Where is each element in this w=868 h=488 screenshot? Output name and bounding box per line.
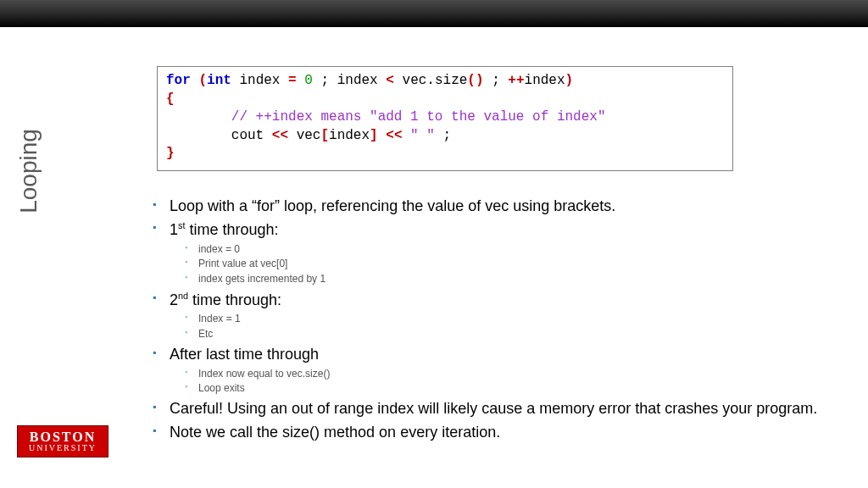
code-kw-for: for — [166, 73, 191, 88]
bullet-content: Loop with a “for” loop, referencing the … — [141, 197, 819, 446]
code-num: 0 — [304, 73, 313, 88]
sub-bullet: Loop exits — [170, 381, 819, 396]
code-text: cout — [166, 128, 272, 143]
side-title: Looping — [15, 86, 42, 171]
bullet-text: Careful! Using an out of range index wil… — [170, 400, 817, 417]
bullet-text: index gets incremented by 1 — [198, 273, 326, 285]
sub-bullet: index = 0 — [170, 242, 819, 257]
code-brace: } — [166, 146, 175, 161]
top-bar — [0, 0, 868, 27]
bullet-item: 1st time through: index = 0 Print value … — [141, 219, 819, 286]
bullet-text: Loop with a “for” loop, referencing the … — [170, 197, 615, 214]
code-string: " " — [410, 128, 435, 143]
code-op: ++ — [508, 73, 524, 88]
slide-body: Looping for (int index = 0 ; index < vec… — [0, 27, 868, 488]
bullet-text: 2 — [170, 291, 178, 308]
logo-line2: UNIVERSITY — [29, 444, 97, 452]
bullet-item: Loop with a “for” loop, referencing the … — [141, 197, 819, 216]
sub-bullet: index gets incremented by 1 — [170, 272, 819, 286]
code-text: vec — [288, 128, 320, 143]
code-brace: { — [166, 92, 175, 107]
logo-line1: BOSTON — [30, 430, 96, 444]
code-kw-int: int — [207, 73, 231, 88]
code-paren: ) — [565, 73, 574, 88]
code-indent — [166, 109, 231, 125]
bullet-text: time through: — [188, 291, 281, 308]
bullet-sup: nd — [178, 291, 188, 301]
code-op: < — [386, 73, 394, 88]
sub-bullet: Print value at vec[0] — [170, 257, 819, 271]
boston-university-logo: BOSTON UNIVERSITY — [17, 425, 108, 458]
sub-bullet: Index now equal to vec.size() — [170, 367, 819, 381]
sub-bullet: Etc — [170, 327, 819, 341]
code-text: index — [231, 73, 288, 88]
bullet-item: 2nd time through: Index = 1 Etc — [141, 290, 819, 341]
bullet-item: Careful! Using an out of range index wil… — [141, 399, 819, 419]
code-text: ; — [435, 128, 451, 143]
code-paren: ( — [198, 73, 207, 88]
code-text: index — [329, 128, 370, 143]
bullet-text: After last time through — [170, 346, 319, 363]
bullet-text: 1 — [170, 221, 178, 238]
code-paren: () — [467, 73, 483, 88]
code-bracket: ] — [370, 128, 378, 143]
bullet-text: index = 0 — [198, 243, 240, 255]
bullet-item: After last time through Index now equal … — [141, 345, 819, 396]
bullet-text: Note we call the size() method on every … — [170, 424, 500, 441]
code-text: index — [525, 73, 565, 88]
bullet-item: Note we call the size() method on every … — [141, 423, 819, 442]
code-op: = — [288, 73, 297, 88]
bullet-text: Etc — [198, 328, 213, 340]
bullet-text: Print value at vec[0] — [198, 258, 287, 269]
code-op: << — [272, 128, 288, 143]
bullet-text: Index = 1 — [198, 313, 241, 324]
bullet-text: Loop exits — [198, 382, 245, 394]
bullet-text: time through: — [185, 221, 278, 238]
code-block: for (int index = 0 ; index < vec.size() … — [157, 66, 733, 171]
code-text: ; index — [313, 73, 386, 88]
code-text: ; — [484, 73, 509, 88]
code-comment: // ++index means "add 1 to the value of … — [231, 109, 606, 125]
sub-bullet: Index = 1 — [170, 312, 819, 326]
bullet-text: Index now equal to vec.size() — [198, 368, 330, 380]
code-bracket: [ — [320, 128, 329, 143]
code-op: << — [386, 128, 402, 143]
code-text: vec.size — [394, 73, 467, 88]
